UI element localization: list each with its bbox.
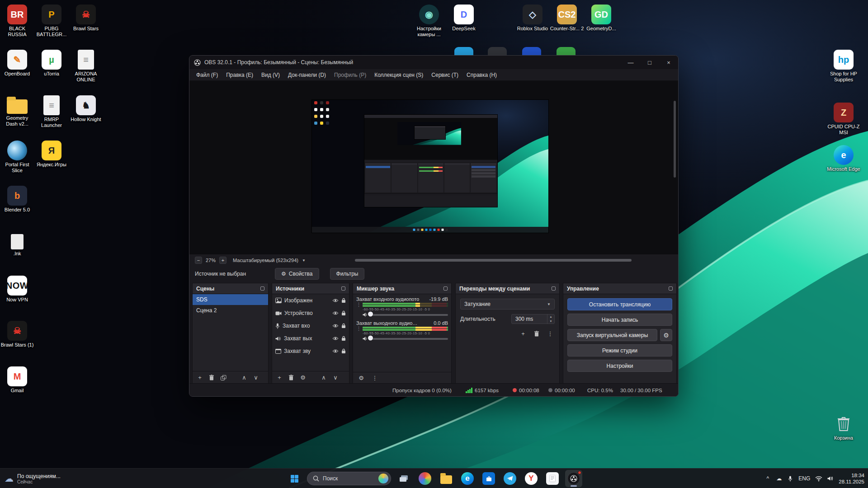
maximize-button[interactable]: □: [640, 56, 659, 69]
lock-icon[interactable]: [341, 348, 346, 354]
add-transition-button[interactable]: +: [519, 329, 528, 338]
zoom-in-button[interactable]: +: [219, 257, 226, 264]
transitions-panel-header[interactable]: Переходы между сценами: [456, 283, 559, 294]
source-item-audio-input[interactable]: Захват вхо: [272, 319, 349, 332]
desktop-icon-gmail[interactable]: MGmail: [0, 366, 34, 394]
speaker-icon[interactable]: [363, 312, 368, 317]
desktop-icon-geometryd[interactable]: GDGeometryD...: [584, 5, 618, 32]
minimize-button[interactable]: —: [621, 56, 640, 69]
remove-source-button[interactable]: [288, 374, 295, 382]
dock-popout-icon[interactable]: [260, 286, 264, 291]
controls-panel-header[interactable]: Управление: [563, 283, 676, 294]
transition-select[interactable]: Затухание ▼: [460, 299, 555, 310]
tray-overflow-chevron[interactable]: ^: [764, 472, 771, 485]
duration-spinner[interactable]: 300 ms ▲ ▼: [511, 314, 555, 324]
desktop-icon-utorria[interactable]: µuTorria: [34, 50, 69, 77]
visibility-eye-icon[interactable]: [332, 311, 339, 315]
channel-menu-icon[interactable]: ⋮: [356, 303, 361, 317]
source-item-audio-output[interactable]: Захват вых: [272, 332, 349, 345]
obs-taskbar-button[interactable]: [565, 470, 582, 487]
desktop-icon-hollow-knight[interactable]: ♞Hollow Knight: [69, 95, 103, 122]
properties-button[interactable]: ⚙ Свойства: [275, 268, 319, 280]
start-recording-button[interactable]: Начать запись: [567, 314, 672, 326]
lock-icon[interactable]: [341, 298, 346, 303]
photos-app-button[interactable]: [416, 470, 434, 487]
mixer-settings-button[interactable]: ⚙: [358, 374, 365, 382]
add-source-button[interactable]: +: [276, 374, 283, 382]
desktop-icon-camera-settings[interactable]: ◉Настройки камеры ...: [412, 5, 446, 37]
desktop-icon-edge[interactable]: eMicrosoft Edge: [826, 145, 861, 172]
desktop-icon-now-vpn[interactable]: NOWNow VPN: [0, 276, 34, 303]
move-scene-down-button[interactable]: ∨: [252, 374, 259, 382]
virtual-camera-settings-button[interactable]: ⚙: [660, 329, 672, 341]
desktop-icon-cpu-z[interactable]: ZCPUID CPU-Z MSI: [826, 103, 861, 135]
mixer-menu-button[interactable]: ⋮: [371, 374, 378, 382]
studio-mode-button[interactable]: Режим студии: [567, 344, 672, 357]
preview-capture[interactable]: [312, 100, 548, 233]
source-item-video-device[interactable]: Устройство: [272, 307, 349, 319]
ms-store-button[interactable]: [480, 470, 497, 487]
menu-view[interactable]: Вид (V): [257, 70, 284, 80]
start-virtual-camera-button[interactable]: Запуск виртуальной камеры: [567, 329, 657, 341]
chevron-down-icon[interactable]: ▼: [302, 258, 306, 263]
obs-titlebar[interactable]: OBS 32.0.1 - Профиль: Безымянный - Сцены…: [189, 56, 678, 69]
volume-icon[interactable]: [827, 472, 834, 485]
spin-down-icon[interactable]: ▼: [547, 319, 554, 324]
dock-popout-icon[interactable]: [669, 286, 673, 291]
source-item-image[interactable]: Изображен: [272, 294, 349, 307]
menu-file[interactable]: Файл (F): [192, 70, 222, 80]
dock-popout-icon[interactable]: [443, 286, 448, 291]
desktop-icon-deepseek[interactable]: DDeepSeek: [447, 5, 481, 32]
desktop-icon-portal[interactable]: Portal First Slice: [0, 141, 34, 173]
zoom-mode-select[interactable]: Масштабируемый (523x294): [233, 258, 298, 263]
dock-popout-icon[interactable]: [552, 286, 556, 291]
lock-icon[interactable]: [341, 323, 346, 328]
desktop-icon-brawl-stars-1[interactable]: ☠Brawl Stars (1): [0, 321, 34, 348]
visibility-eye-icon[interactable]: [332, 324, 339, 328]
scene-item-2[interactable]: Сцена 2: [193, 305, 268, 316]
sources-panel-header[interactable]: Источники: [272, 283, 349, 294]
taskbar-search[interactable]: Поиск: [307, 472, 391, 485]
menu-scene-collection[interactable]: Коллекция сцен (S): [370, 70, 427, 80]
desktop-icon-recycle-bin[interactable]: Корзина: [826, 414, 861, 441]
telegram-button[interactable]: [501, 470, 519, 487]
close-button[interactable]: ×: [659, 56, 678, 69]
transition-menu-button[interactable]: ⋮: [546, 329, 555, 338]
onedrive-cloud-icon[interactable]: ☁: [776, 472, 782, 485]
volume-slider[interactable]: [371, 314, 448, 316]
menu-profile[interactable]: Профиль (P): [330, 70, 370, 80]
lock-icon[interactable]: [341, 310, 346, 316]
edge-browser-button[interactable]: e: [459, 470, 476, 487]
desktop-icon-cs2[interactable]: CS2Counter-Str... 2: [550, 5, 584, 32]
settings-button[interactable]: Настройки: [567, 360, 672, 372]
remove-scene-button[interactable]: [208, 374, 215, 382]
start-button[interactable]: [286, 470, 303, 487]
remove-transition-button[interactable]: [532, 329, 541, 338]
move-source-up-button[interactable]: ∧: [320, 374, 327, 382]
desktop-icon-geometry-dash-folder[interactable]: Geometry Dash v2...: [0, 95, 34, 127]
channel-menu-icon[interactable]: ⋮: [356, 327, 361, 341]
wifi-icon[interactable]: [815, 472, 822, 485]
task-view-button[interactable]: [395, 470, 412, 487]
menu-edit[interactable]: Правка (E): [222, 70, 257, 80]
notepad-button[interactable]: [544, 470, 561, 487]
desktop-icon-hp-shop[interactable]: hpShop for HP Supplies: [826, 50, 861, 82]
scene-filters-icon[interactable]: [220, 374, 227, 382]
menu-tools[interactable]: Сервис (T): [427, 70, 462, 80]
desktop-icon-arizona[interactable]: ≡ARIZONA ONLINE: [69, 50, 103, 82]
move-scene-up-button[interactable]: ∧: [241, 374, 248, 382]
desktop-icon-rmrp[interactable]: ≡RMRP Launcher: [34, 95, 69, 128]
spin-up-icon[interactable]: ▲: [547, 314, 554, 319]
desktop-icon-pubg[interactable]: PPUBG BATTLEGR...: [34, 5, 69, 37]
lock-icon[interactable]: [341, 336, 346, 341]
language-indicator[interactable]: ENG: [798, 472, 810, 485]
desktop-icon-brawl-stars[interactable]: ☠Brawl Stars: [69, 5, 103, 32]
speaker-icon[interactable]: [363, 336, 368, 341]
dock-popout-icon[interactable]: [341, 286, 345, 291]
source-properties-button[interactable]: ⚙: [299, 374, 307, 382]
desktop-icon-blender[interactable]: bBlender 5.0: [0, 186, 34, 213]
menu-help[interactable]: Справка (H): [462, 70, 501, 80]
file-explorer-button[interactable]: [438, 470, 455, 487]
visibility-eye-icon[interactable]: [332, 298, 339, 303]
taskbar-weather-widget[interactable]: ☁ По ощущениям... Сейчас: [5, 470, 61, 487]
